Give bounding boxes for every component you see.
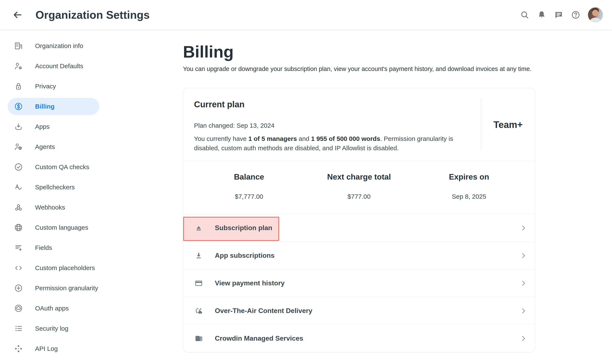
stat-label: Next charge total bbox=[304, 172, 414, 182]
row-label: Subscription plan bbox=[215, 224, 272, 232]
sidebar-item-apps[interactable]: Apps bbox=[8, 118, 99, 135]
billing-main: Billing You can upgrade or downgrade you… bbox=[183, 30, 535, 364]
code-icon bbox=[14, 263, 23, 273]
help-icon[interactable] bbox=[571, 10, 581, 20]
list-plus-icon bbox=[14, 243, 23, 252]
stat-balance: Balance $7,777.00 bbox=[194, 172, 304, 214]
sidebar-item-organization-info[interactable]: Organization info bbox=[8, 37, 99, 54]
building-icon bbox=[14, 41, 23, 50]
billing-row-list: Subscription plan App subscriptions View… bbox=[183, 214, 535, 352]
search-icon[interactable] bbox=[520, 10, 530, 20]
billing-heading: Billing bbox=[183, 42, 535, 62]
sidebar-item-label: Security log bbox=[35, 325, 68, 332]
sidebar-item-account-defaults[interactable]: Account Defaults bbox=[8, 58, 99, 75]
stat-value: Sep 8, 2025 bbox=[414, 192, 524, 201]
row-subscription-plan[interactable]: Subscription plan bbox=[183, 214, 535, 242]
user-cube-icon bbox=[14, 142, 23, 151]
settings-sidebar: Organization info Account Defaults Priva… bbox=[0, 30, 108, 364]
translate-icon: G bbox=[194, 334, 203, 343]
user-gear-icon bbox=[14, 62, 23, 71]
stat-value: $777.00 bbox=[304, 192, 414, 201]
download-tray-icon bbox=[14, 122, 23, 131]
stat-expires-on: Expires on Sep 8, 2025 bbox=[414, 172, 524, 214]
chevron-right-icon bbox=[520, 224, 527, 232]
sidebar-item-label: Billing bbox=[35, 103, 55, 110]
sidebar-item-spellcheckers[interactable]: Spellcheckers bbox=[8, 179, 99, 196]
webhook-icon bbox=[14, 203, 23, 212]
header-actions bbox=[520, 0, 603, 30]
sync-delivery-icon bbox=[194, 306, 203, 315]
plus-circle-icon bbox=[14, 284, 23, 293]
row-label: App subscriptions bbox=[215, 252, 274, 260]
cloud-circle-icon bbox=[14, 304, 23, 313]
plan-usage-text: You currently have 1 of 5 managers and 1… bbox=[194, 134, 472, 153]
sidebar-item-label: Permission granularity bbox=[35, 285, 98, 292]
chevron-right-icon bbox=[520, 252, 527, 260]
billing-card: Current plan Plan changed: Sep 13, 2024 … bbox=[183, 88, 535, 352]
sidebar-item-label: Fields bbox=[35, 244, 52, 251]
top-app-bar: Organization Settings bbox=[0, 0, 612, 30]
plan-name-badge: Team+ bbox=[481, 88, 535, 161]
svg-text:G: G bbox=[196, 337, 199, 341]
stat-value: $7,777.00 bbox=[194, 192, 304, 201]
back-arrow-icon[interactable] bbox=[12, 10, 23, 20]
sidebar-item-label: Organization info bbox=[35, 42, 83, 50]
sidebar-item-label: Custom placeholders bbox=[35, 264, 95, 272]
current-plan-heading: Current plan bbox=[194, 99, 471, 109]
eject-icon bbox=[194, 223, 203, 233]
sidebar-item-privacy[interactable]: Privacy bbox=[8, 78, 99, 95]
messages-icon[interactable] bbox=[554, 10, 563, 20]
dollar-circle-icon bbox=[14, 102, 23, 111]
stat-label: Expires on bbox=[414, 172, 524, 182]
sidebar-item-custom-languages[interactable]: Custom languages bbox=[8, 219, 99, 236]
chevron-right-icon bbox=[520, 307, 527, 315]
sidebar-item-label: OAuth apps bbox=[35, 305, 69, 312]
check-circle-icon bbox=[14, 163, 23, 171]
billing-description: You can upgrade or downgrade your subscr… bbox=[183, 65, 535, 73]
sidebar-item-label: Custom QA checks bbox=[35, 163, 89, 171]
sidebar-item-label: Custom languages bbox=[35, 224, 88, 231]
chevron-right-icon bbox=[520, 335, 527, 342]
row-view-payment-history[interactable]: View payment history bbox=[183, 269, 535, 297]
row-label: Crowdin Managed Services bbox=[215, 335, 303, 342]
sidebar-item-custom-placeholders[interactable]: Custom placeholders bbox=[8, 260, 99, 276]
stat-next-charge: Next charge total $777.00 bbox=[304, 172, 414, 214]
sidebar-item-label: Account Defaults bbox=[35, 63, 83, 70]
row-over-the-air-content-delivery[interactable]: Over-The-Air Content Delivery bbox=[183, 297, 535, 325]
lock-icon bbox=[14, 82, 23, 91]
row-label: Over-The-Air Content Delivery bbox=[215, 307, 312, 315]
sidebar-item-custom-qa-checks[interactable]: Custom QA checks bbox=[8, 158, 99, 176]
notifications-bell-icon[interactable] bbox=[537, 10, 547, 20]
sidebar-item-label: Agents bbox=[35, 143, 55, 150]
credit-card-icon bbox=[194, 279, 203, 288]
page-title: Organization Settings bbox=[36, 0, 150, 30]
diamonds-icon bbox=[14, 344, 23, 353]
chevron-right-icon bbox=[520, 279, 527, 287]
sidebar-item-label: Apps bbox=[35, 123, 50, 130]
words-usage: 1 955 of 500 000 words bbox=[311, 135, 380, 142]
row-app-subscriptions[interactable]: App subscriptions bbox=[183, 242, 535, 269]
billing-stats: Balance $7,777.00 Next charge total $777… bbox=[183, 161, 535, 214]
sidebar-item-api-log[interactable]: API Log bbox=[8, 340, 99, 357]
download-icon bbox=[194, 251, 203, 260]
spellcheck-icon bbox=[14, 183, 23, 192]
sidebar-item-label: Webhooks bbox=[35, 204, 65, 211]
sidebar-item-label: Privacy bbox=[35, 83, 56, 90]
plan-changed-text: Plan changed: Sep 13, 2024 bbox=[194, 121, 471, 130]
row-crowdin-managed-services[interactable]: G Crowdin Managed Services bbox=[183, 325, 535, 352]
sidebar-item-oauth-apps[interactable]: OAuth apps bbox=[8, 300, 99, 317]
sidebar-item-label: Spellcheckers bbox=[35, 183, 75, 191]
sidebar-item-permission-granularity[interactable]: Permission granularity bbox=[8, 280, 99, 297]
row-label: View payment history bbox=[215, 279, 285, 287]
sidebar-item-fields[interactable]: Fields bbox=[8, 239, 99, 256]
avatar[interactable] bbox=[588, 7, 603, 23]
sidebar-item-webhooks[interactable]: Webhooks bbox=[8, 199, 99, 216]
sidebar-item-billing[interactable]: Billing bbox=[8, 98, 99, 115]
sidebar-item-agents[interactable]: Agents bbox=[8, 138, 99, 155]
globe-icon bbox=[14, 223, 23, 232]
content: Organization info Account Defaults Priva… bbox=[0, 30, 612, 364]
list-bullets-icon bbox=[14, 324, 23, 333]
sidebar-item-label: API Log bbox=[35, 345, 58, 352]
managers-usage: 1 of 5 managers bbox=[248, 135, 297, 142]
sidebar-item-security-log[interactable]: Security log bbox=[8, 320, 99, 337]
